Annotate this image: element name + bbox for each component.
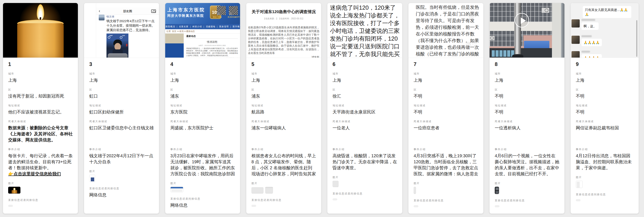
field-label-event: 事件介绍 [89,148,154,151]
screenshot-text: 迷病危了叫120，120来了说全上海发热门诊都关了，没有医院接收，打了一个多小时… [328,3,402,58]
field-value-address: 不明 [576,109,634,115]
field-label-source: 直接信息还是间接信息 [8,198,73,202]
field-label-city: 城市 [252,72,316,75]
card-number: 4 [170,61,235,67]
attachment-thumbnail[interactable] [170,187,183,192]
field-value-source: 网络信息 [89,192,154,198]
field-label-city: 城市 [89,72,154,75]
field-value-city: 上海 [495,77,559,83]
field-label-district: 区 [8,88,73,91]
moments-screenshot: ‹ 朋友圈 钱文雄 钱文雄于2022年4月12日下午一点十九分去世。疫情期间一切… [96,3,159,58]
field-value-event: 4月12日传出消息，韦桂国因脑溢血、封控期间联系救治未果，于家中病逝。 [576,153,634,171]
field-value-event: 4月3日突感不适，晚上19:30叫了120急救。当时面临全员核酸，三甲医院门急诊… [414,153,478,177]
moments-post-text: 钱文雄于2022年4月12日下午一点十九分去世。疫情期间一切从简。家属目前悲痛不… [106,19,158,32]
moments-title: 朋友圈 [96,9,159,13]
field-value-deceased: 一位癌症患者 [414,125,478,143]
field-label-deceased: 死者大体描述 [8,120,73,123]
field-value-district: 没有死于新冠，却因新冠而死 [8,93,73,99]
field-label-source: 直接信息还是间接信息 [495,199,559,202]
field-value-district: 浦东 [170,93,235,99]
card-cover-candle-photo[interactable] [3,3,78,58]
field-label-deceased: 死者大体描述 [170,120,235,123]
field-label-deceased: 死者大体描述 [252,120,316,123]
field-value-source: 网络信息 [170,202,235,208]
hospital-name: 上海市东方医院 [167,7,205,13]
field-label-source: 直接信息还是间接信息 [252,198,316,202]
hospital-subname: 同济大学附属东方医院 [167,14,204,18]
card-cover-text-screenshot[interactable]: 迷病危了叫120，120来了说全上海发热门诊都关了，没有医院接收，打了一个多小时… [328,3,402,58]
logo-ring [108,36,110,39]
field-label-deceased: 死者大体描述 [332,120,397,123]
record-card-7[interactable]: 医院。当时有些低烧，但是发热门诊在消杀，于是在门口的黑夜里等待了很久。可是由于有… [408,3,484,214]
record-card-4[interactable]: 上海市东方医院 同济大学附属东方医院 100 微信二维码 患者移动服务平台 医院… [165,3,240,214]
card-number: 8 [495,61,559,67]
field-value-city: 上海 [89,77,154,83]
attachment-thumbnail[interactable] [414,187,416,194]
field-label-city: 城市 [414,72,478,75]
field-value-deceased: 数据来源：被删除的公众号文章《上海逝者》及其评论区、各种社交媒体、网友提供信息。 [8,125,73,143]
field-label-address: 地址描述 [495,104,559,107]
record-card-8[interactable]: 8 城市 上海 区 不明 地址描述 不明 死者大体描述 一位透析病人 事件介绍 … [489,3,565,214]
card-cover-video-still[interactable] [490,3,564,58]
site-article: 最新动态 情况说明 发表于：2022/3/25 8:46:40 有553人阅读 … [184,33,240,58]
card-number: 1 [8,61,73,67]
card-cover-investigation-notice[interactable]: 关于对浦东120急救中心的调查情况 【信息来源：】【信息时间：2022-03-3… [246,3,321,58]
field-label-event: 事件介绍 [576,148,634,151]
field-label-address: 地址描述 [332,104,397,107]
field-label-image: 图片 [414,182,478,185]
card-cover-hospital-website[interactable]: 上海市东方医院 同济大学附属东方医院 100 微信二维码 患者移动服务平台 医院… [165,3,240,58]
field-value-event: 钱文雄于2022年4月12日下午一点十九分自杀 [89,153,154,165]
field-value-city: 上海 [8,77,73,83]
field-value-event: 高烧昏迷，核酸阴，120来了说发热门诊关了。无奈在家中降温，在昏迷中离世。 [332,153,397,171]
attachment-thumbnail[interactable] [252,187,264,194]
field-label-event: 事件介绍 [414,148,478,151]
field-label-event: 事件介绍 [332,148,397,151]
field-label-city: 城市 [170,72,235,75]
qr-code [217,6,226,15]
submit-info-link[interactable]: 👉点击这里提交信息给我们 [8,171,73,177]
site-sidebar [165,33,184,58]
notice-title: 情况说明 [186,40,238,44]
field-label-address: 地址描述 [414,104,478,107]
attachment-thumbnail[interactable] [265,187,273,194]
field-value-address: 航昌路 [252,109,316,115]
record-card-1[interactable]: 1 城市 上海 区 没有死于新冠，却因新冠而死 地址描述 他们不应该被漠视甚至忘… [3,3,78,214]
record-card-5[interactable]: 关于对浦东120急救中心的调查情况 【信息来源：】【信息时间：2022-03-3… [246,3,321,214]
chat-avatar [572,36,580,44]
record-card-3[interactable]: ‹ 朋友圈 钱文雄 钱文雄于2022年4月12日下午一点十九分去世。疫情期间一切… [84,3,159,214]
gallery-board[interactable]: 1 城市 上海 区 没有死于新冠，却因新冠而死 地址描述 他们不应该被漠视甚至忘… [0,0,644,217]
field-label-image: 图片 [252,182,316,185]
empty-value-pill [576,199,580,201]
breadcrumb: 位置: 首页 >>首页>>最新动态 [165,29,240,33]
metal-pole [514,3,521,58]
field-value-city: 上海 [576,77,634,83]
air-conditioner [542,8,549,13]
attachment-thumbnail[interactable] [495,187,499,194]
field-label-deceased: 死者大体描述 [89,120,154,123]
attachment-thumbnail[interactable] [576,181,583,188]
field-value-city: 上海 [332,77,397,83]
notice-body: 在航昌路376弄小区120急救医生未向求救患者施救的情况，我委立即连夜启动调查，… [248,26,320,55]
record-card-6[interactable]: 迷病危了叫120，120来了说全上海发热门诊都关了，没有医院接收，打了一个多小时… [327,3,402,214]
thumb-text-lines [577,182,580,187]
card-cover-wechat-moments[interactable]: ‹ 朋友圈 钱文雄 钱文雄于2022年4月12日下午一点十九分去世。疫情期间一切… [84,3,159,58]
attachment-thumbnail[interactable] [332,181,338,187]
blue-awning [524,41,549,49]
card-number: 9 [576,61,634,67]
card-number: 3 [89,61,154,67]
record-card-9[interactable]: 只有其女儿眼见其病逝...🙏🙏🙏 啊，这。 🙏🙏🙏🙏 🙏🙏🙏🙏 9 城市 上海 … [570,3,639,214]
chat-bubble: 只有其女儿眼见其病逝...🙏🙏🙏 [583,6,631,18]
field-value-district: 浦东 [252,93,316,99]
poster-name: 钱文雄 [106,15,114,18]
attachment-thumbnail[interactable] [89,175,95,182]
card-cover-weibo-text-screenshot[interactable]: 医院。当时有些低烧，但是发热门诊在消杀，于是在门口的黑夜里等待了很久。可是由于有… [408,3,483,58]
sidebar-block-tan [165,33,184,43]
field-value-address: 不明 [414,109,478,115]
field-label-city: 城市 [495,72,559,75]
field-label-image: 图片 [332,176,397,179]
chat-avatar [572,51,580,58]
card-cover-group-chat[interactable]: 只有其女儿眼见其病逝...🙏🙏🙏 啊，这。 🙏🙏🙏🙏 🙏🙏🙏🙏 [571,3,638,58]
notice-body: 周盛妮为我院护士，一直在院内从事护理相关工作。3月23日在家中哮喘发作，用药后无… [186,47,238,57]
field-value-event: 4月6日的一个视频，一位女性在撕心裂肺地哭泣。据视频描述，她的亲人要做透析，出不… [495,153,559,177]
attachment-thumbnail[interactable] [8,187,20,194]
